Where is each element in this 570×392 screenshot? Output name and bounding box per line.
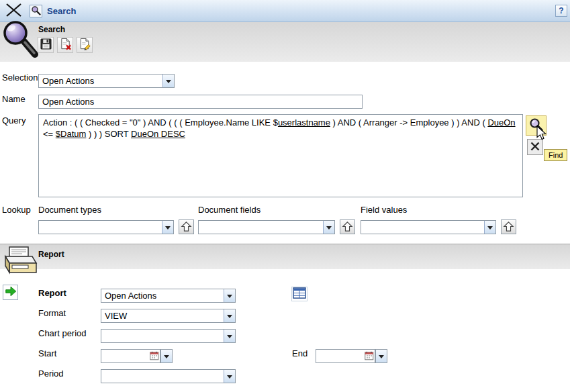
name-input[interactable] <box>38 95 363 109</box>
start-date-field[interactable] <box>101 349 160 363</box>
selection-value: Open Actions <box>42 76 161 86</box>
query-segment: Action : ( ( Checked = "0" ) AND ( ( ( E… <box>43 117 278 128</box>
chevron-down-icon[interactable] <box>224 370 235 383</box>
chart-period-dropdown[interactable] <box>101 329 236 343</box>
chevron-down-icon[interactable] <box>224 330 235 342</box>
save-search-button[interactable] <box>38 37 54 53</box>
start-dropdown-button[interactable] <box>160 349 173 363</box>
report-section-title: Report <box>38 250 64 259</box>
clear-query-button[interactable] <box>527 139 543 155</box>
document-fields-dropdown[interactable] <box>198 220 335 234</box>
printer-icon <box>0 246 39 283</box>
delete-search-button[interactable] <box>57 37 73 53</box>
close-button[interactable] <box>3 2 26 20</box>
query-segment: ) ) ) SORT <box>86 129 131 139</box>
start-date-input[interactable] <box>101 350 148 362</box>
selection-dropdown[interactable]: Open Actions <box>38 74 175 88</box>
name-label: Name <box>2 94 26 104</box>
field-values-insert-button[interactable] <box>501 219 516 234</box>
query-editor[interactable]: Action : ( ( Checked = "0" ) AND ( ( ( E… <box>38 114 523 197</box>
report-value: Open Actions <box>105 291 222 301</box>
calendar-icon[interactable] <box>365 351 374 362</box>
delete-search-icon <box>59 38 72 52</box>
period-dropdown[interactable] <box>101 369 236 383</box>
query-segment: $Datum <box>56 129 87 139</box>
calendar-icon[interactable] <box>150 351 159 362</box>
chevron-down-icon[interactable] <box>162 221 173 234</box>
format-dropdown[interactable]: VIEW <box>101 309 236 323</box>
field-values-dropdown[interactable] <box>361 220 496 234</box>
open-view-button[interactable] <box>291 287 307 301</box>
query-label: Query <box>2 115 26 126</box>
end-date-field[interactable] <box>316 349 375 363</box>
clear-x-icon <box>529 144 541 154</box>
up-arrow-icon <box>340 225 354 235</box>
up-arrow-icon <box>502 225 516 235</box>
lookup-label: Lookup <box>2 205 31 215</box>
document-types-dropdown[interactable] <box>38 220 174 234</box>
chart-period-label: Chart period <box>38 328 87 338</box>
report-label: Report <box>38 288 66 298</box>
query-segment: DueOn DESC <box>131 129 185 139</box>
edit-properties-icon <box>79 38 91 52</box>
search-window: Search ? Search <box>0 0 570 392</box>
save-icon <box>40 38 52 52</box>
period-label: Period <box>38 369 64 379</box>
table-view-icon <box>293 287 306 301</box>
chevron-down-icon[interactable] <box>484 221 495 234</box>
chevron-down-icon[interactable] <box>323 221 334 234</box>
title-bar: Search ? <box>0 0 570 22</box>
document-types-label: Document types <box>38 205 101 215</box>
find-button[interactable] <box>526 115 547 136</box>
help-button[interactable]: ? <box>555 5 567 17</box>
window-title: Search <box>47 6 76 16</box>
find-magnifier-icon <box>528 125 544 135</box>
report-section-header <box>0 244 570 269</box>
run-report-button[interactable] <box>3 285 18 300</box>
format-value: VIEW <box>105 311 222 321</box>
query-segment: ) AND ( Arranger -> Employee ) ) AND ( <box>330 117 487 128</box>
up-arrow-icon <box>179 225 193 235</box>
magnifier-small-icon <box>31 5 41 17</box>
end-dropdown-button[interactable] <box>375 349 387 363</box>
selection-label: Selection <box>2 72 38 83</box>
chevron-down-icon[interactable] <box>224 289 235 302</box>
query-segment: userlastname <box>278 117 330 128</box>
report-dropdown[interactable]: Open Actions <box>101 289 236 303</box>
query-segment: <= <box>43 129 56 139</box>
document-types-insert-button[interactable] <box>179 219 194 234</box>
magnifier-large-icon <box>1 19 39 62</box>
document-fields-label: Document fields <box>198 205 260 215</box>
field-values-label: Field values <box>361 205 407 215</box>
window-app-icon <box>30 5 42 17</box>
document-fields-insert-button[interactable] <box>340 219 355 234</box>
chevron-down-icon[interactable] <box>162 75 174 87</box>
chevron-down-icon[interactable] <box>224 309 235 322</box>
find-tooltip: Find <box>544 149 567 161</box>
query-segment: DueOn <box>487 117 515 128</box>
end-date-input[interactable] <box>316 350 363 362</box>
format-label: Format <box>38 308 66 318</box>
end-label: End <box>292 348 307 358</box>
search-section-title: Search <box>38 25 65 34</box>
start-label: Start <box>38 348 56 358</box>
search-toolbar <box>38 37 93 53</box>
edit-properties-button[interactable] <box>77 37 93 53</box>
green-arrow-right-icon <box>4 285 17 300</box>
